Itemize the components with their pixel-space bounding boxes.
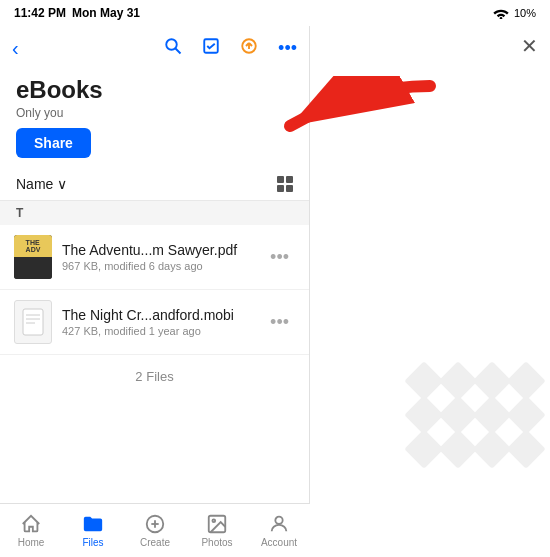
tab-home[interactable]: Home — [0, 513, 62, 548]
tab-bar: Home Files Create Photos Account — [0, 503, 310, 557]
right-panel: ✕ — [310, 26, 550, 503]
file-item-mobi[interactable]: The Night Cr...andford.mobi 427 KB, modi… — [0, 290, 309, 355]
close-button[interactable]: ✕ — [521, 34, 538, 58]
file-name-mobi: The Night Cr...andford.mobi — [62, 307, 264, 323]
status-bar: 11:42 PM Mon May 31 10% — [0, 0, 550, 26]
status-right: 10% — [493, 7, 536, 19]
tab-photos-label: Photos — [201, 537, 232, 548]
folder-header: eBooks Only you Share — [0, 70, 309, 168]
section-header-t: T — [0, 201, 309, 225]
photos-icon — [206, 513, 228, 535]
tab-account[interactable]: Account — [248, 513, 310, 548]
folder-title: eBooks — [16, 76, 293, 104]
svg-line-2 — [175, 48, 180, 53]
sort-bar: Name ∨ — [0, 168, 309, 201]
status-time: 11:42 PM — [14, 6, 66, 20]
svg-point-18 — [275, 517, 282, 524]
svg-point-17 — [212, 519, 215, 522]
wifi-icon — [493, 7, 509, 19]
folder-subtitle: Only you — [16, 106, 293, 120]
tab-home-label: Home — [18, 537, 45, 548]
sort-button[interactable]: Name ∨ — [16, 176, 67, 192]
grid-view-button[interactable] — [277, 176, 293, 192]
more-button[interactable]: ••• — [278, 38, 297, 59]
file-more-mobi[interactable]: ••• — [264, 308, 295, 337]
create-icon — [144, 513, 166, 535]
files-icon — [82, 513, 104, 535]
red-arrow — [280, 76, 440, 170]
share-button[interactable]: Share — [16, 128, 91, 158]
sort-label-text: Name — [16, 176, 53, 192]
sort-chevron: ∨ — [57, 176, 67, 192]
tab-account-label: Account — [261, 537, 297, 548]
svg-point-1 — [166, 39, 177, 50]
file-more-pdf[interactable]: ••• — [264, 243, 295, 272]
file-thumbnail-pdf: THEADV — [14, 235, 52, 279]
status-date: Mon May 31 — [72, 6, 140, 20]
upload-button[interactable] — [240, 37, 258, 60]
file-meta-mobi: 427 KB, modified 1 year ago — [62, 325, 264, 337]
tab-create-label: Create — [140, 537, 170, 548]
left-panel: ‹ • — [0, 26, 310, 503]
file-count: 2 Files — [0, 355, 309, 398]
tab-files-label: Files — [82, 537, 103, 548]
nav-bar: ‹ • — [0, 26, 309, 70]
tab-create[interactable]: Create — [124, 513, 186, 548]
battery-text: 10% — [514, 7, 536, 19]
svg-point-0 — [500, 17, 503, 19]
file-info-mobi: The Night Cr...andford.mobi 427 KB, modi… — [62, 307, 264, 337]
tab-photos[interactable]: Photos — [186, 513, 248, 548]
account-icon — [268, 513, 290, 535]
tab-files[interactable]: Files — [62, 513, 124, 548]
back-button[interactable]: ‹ — [12, 37, 19, 60]
main-container: ‹ • — [0, 26, 550, 503]
file-list: T THEADV The Adventu...m Sawyer.pdf 967 … — [0, 201, 309, 503]
search-button[interactable] — [164, 37, 182, 60]
svg-rect-8 — [23, 309, 43, 335]
home-icon — [20, 513, 42, 535]
file-thumbnail-mobi — [14, 300, 52, 344]
file-meta-pdf: 967 KB, modified 6 days ago — [62, 260, 264, 272]
select-button[interactable] — [202, 37, 220, 60]
file-item-pdf[interactable]: THEADV The Adventu...m Sawyer.pdf 967 KB… — [0, 225, 309, 290]
file-info-pdf: The Adventu...m Sawyer.pdf 967 KB, modif… — [62, 242, 264, 272]
file-name-pdf: The Adventu...m Sawyer.pdf — [62, 242, 264, 258]
dropbox-watermark — [410, 367, 540, 463]
